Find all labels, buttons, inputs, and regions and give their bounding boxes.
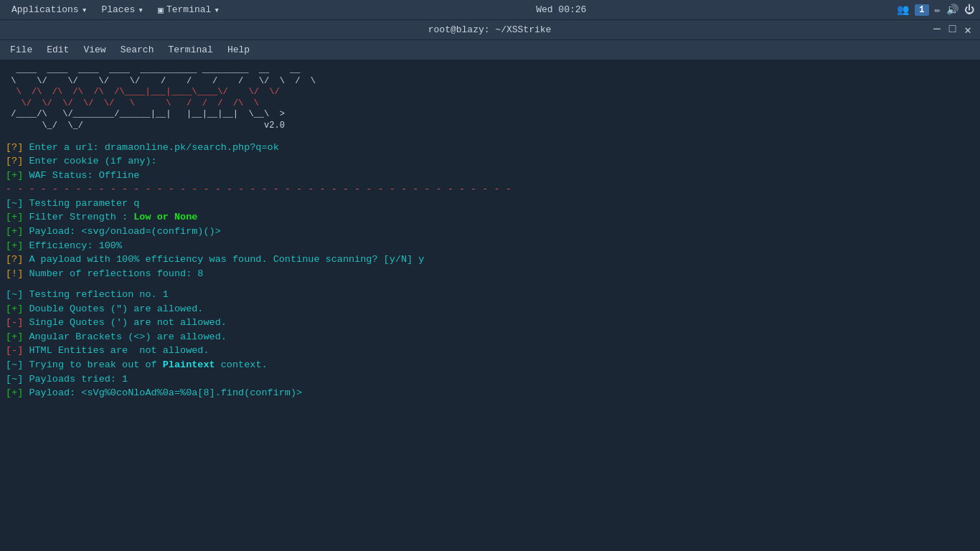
menu-search[interactable]: Search [113, 43, 161, 57]
people-icon[interactable]: 👥 [897, 4, 909, 16]
cookie-prompt-line: [?] Enter cookie (if any): [6, 154, 974, 169]
sys-bar-right: 👥 1 ✏ 🔊 ⏻ [897, 4, 974, 16]
payload1-line: [+] Payload: <svg/onload=(confirm)()> [6, 225, 974, 239]
filter-strength-line: [+] Filter Strength : Low or None [6, 210, 974, 225]
pen-icon[interactable]: ✏ [935, 4, 941, 16]
menu-terminal[interactable]: Terminal [161, 43, 220, 57]
menu-help[interactable]: Help [220, 43, 257, 57]
payloads-tried-line: [~] Payloads tried: 1 [6, 372, 974, 387]
menu-bar: File Edit View Search Terminal Help [0, 40, 980, 60]
terminal-icon: ▣ [158, 4, 164, 16]
sys-bar-left: Applications ▾ Places ▾ ▣ Terminal ▾ [6, 3, 225, 17]
system-bar: Applications ▾ Places ▾ ▣ Terminal ▾ Wed… [0, 0, 980, 20]
ascii-banner: ____ ____ ____ ____ ___________ ________… [6, 65, 974, 132]
volume-icon[interactable]: 🔊 [946, 4, 958, 16]
menu-view[interactable]: View [76, 43, 113, 57]
terminal-output[interactable]: ____ ____ ____ ____ ___________ ________… [0, 60, 980, 551]
places-menu[interactable]: Places ▾ [95, 3, 149, 17]
double-quotes-line: [+] Double Quotes (") are allowed. [6, 302, 974, 316]
places-arrow: ▾ [138, 4, 143, 16]
continue-scan-line: [?] A payload with 100% efficiency was f… [6, 253, 974, 267]
window-controls: ─ □ ✕ [930, 23, 974, 37]
efficiency-line: [+] Efficiency: 100% [6, 239, 974, 253]
datetime-text: Wed 00:26 [536, 4, 586, 15]
testing-param-line: [~] Testing parameter q [6, 197, 974, 211]
url-prompt-line: [?] Enter a url: dramaonline.pk/search.p… [6, 141, 974, 155]
html-entities-line: [-] HTML Entities are not allowed. [6, 344, 974, 358]
menu-edit[interactable]: Edit [39, 43, 76, 57]
places-label: Places [101, 4, 135, 15]
datetime-display: Wed 00:26 [536, 4, 586, 15]
plaintext-line: [~] Trying to break out of Plaintext con… [6, 358, 974, 372]
close-button[interactable]: ✕ [961, 23, 974, 37]
angular-brackets-line: [+] Angular Brackets (<>) are allowed. [6, 330, 974, 344]
applications-arrow: ▾ [82, 4, 88, 16]
reflections-line: [!] Number of reflections found: 8 [6, 267, 974, 281]
workspace-badge[interactable]: 1 [915, 4, 928, 16]
maximize-button[interactable]: □ [946, 23, 959, 37]
separator-line: - - - - - - - - - - - - - - - - - - - - … [6, 182, 974, 197]
menu-file[interactable]: File [3, 43, 39, 57]
testing-reflection-line: [~] Testing reflection no. 1 [6, 288, 974, 302]
applications-menu[interactable]: Applications ▾ [6, 3, 93, 17]
applications-label: Applications [11, 4, 79, 15]
window-title: root@blazy: ~/XSStrike [49, 24, 930, 35]
payload2-line: [+] Payload: <sVg%0coNloAd%0a=%0a[8].fin… [6, 386, 974, 400]
terminal-label: Terminal [166, 4, 211, 15]
waf-status-line: [+] WAF Status: Offline [6, 169, 974, 183]
single-quotes-line: [-] Single Quotes (') are not allowed. [6, 316, 974, 330]
title-bar: root@blazy: ~/XSStrike ─ □ ✕ [0, 20, 980, 40]
terminal-arrow: ▾ [214, 4, 220, 16]
power-icon[interactable]: ⏻ [964, 4, 974, 16]
minimize-button[interactable]: ─ [930, 23, 943, 37]
terminal-menu[interactable]: ▣ Terminal ▾ [152, 3, 225, 17]
